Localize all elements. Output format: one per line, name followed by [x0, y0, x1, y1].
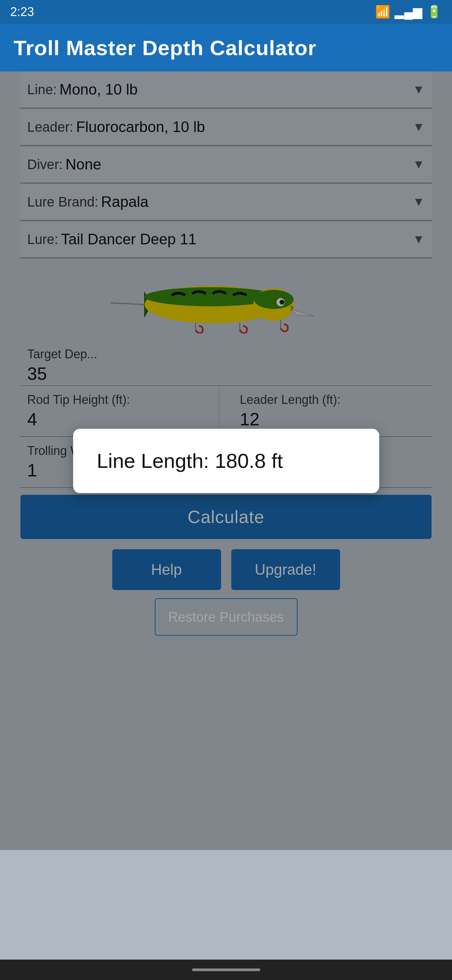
- signal-icon: ▂▄▆: [395, 5, 422, 19]
- status-icons: 📶 ▂▄▆ 🔋: [375, 5, 442, 19]
- battery-icon: 🔋: [427, 5, 442, 19]
- modal-line-length-text: Line Length: 180.8 ft: [97, 450, 283, 472]
- app-header: Troll Master Depth Calculator: [0, 24, 452, 72]
- status-bar: 2:23 📶 ▂▄▆ 🔋: [0, 0, 452, 24]
- nav-bar: [0, 959, 452, 980]
- nav-handle: [192, 969, 260, 971]
- app-title: Troll Master Depth Calculator: [14, 36, 316, 60]
- time-display: 2:23: [10, 5, 34, 19]
- modal-card: Line Length: 180.8 ft: [73, 429, 379, 493]
- wifi-icon: 📶: [375, 5, 390, 19]
- modal-overlay[interactable]: Line Length: 180.8 ft: [0, 72, 452, 850]
